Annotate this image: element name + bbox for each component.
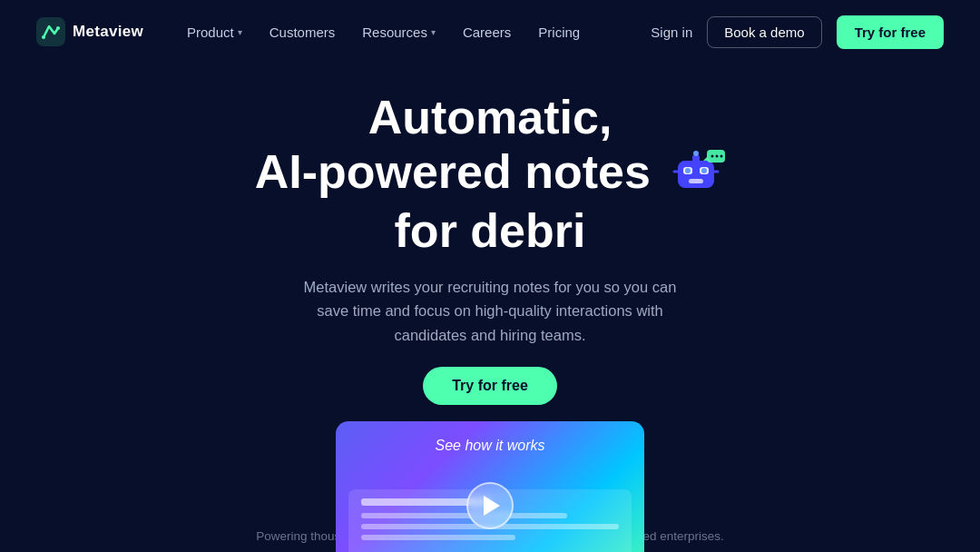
nav-links: Product ▾ Customers Resources ▾ Careers … — [176, 17, 651, 47]
svg-rect-8 — [689, 179, 703, 183]
svg-point-2 — [56, 26, 60, 30]
play-triangle-icon — [484, 496, 500, 516]
svg-point-7 — [701, 168, 707, 173]
video-inner: See how it works — [336, 421, 644, 552]
try-free-nav-button[interactable]: Try for free — [837, 15, 944, 49]
nav-pricing[interactable]: Pricing — [527, 17, 591, 47]
nav-careers[interactable]: Careers — [452, 17, 522, 47]
sign-in-link[interactable]: Sign in — [651, 25, 692, 40]
book-demo-button[interactable]: Book a demo — [707, 16, 821, 48]
svg-point-16 — [716, 155, 719, 158]
product-chevron-icon: ▾ — [238, 27, 242, 37]
hero-title: Automatic, AI-powered notes for debri — [255, 91, 726, 259]
svg-point-1 — [42, 35, 45, 39]
logo-text: Metaview — [73, 23, 143, 41]
video-play-button[interactable] — [466, 482, 514, 529]
robot-icon — [667, 143, 725, 201]
svg-point-15 — [711, 155, 714, 158]
try-free-hero-button[interactable]: Try for free — [423, 367, 557, 405]
svg-point-10 — [693, 151, 699, 156]
svg-rect-3 — [678, 161, 714, 188]
svg-point-17 — [720, 155, 723, 158]
svg-rect-9 — [692, 155, 700, 163]
nav-customers[interactable]: Customers — [259, 17, 347, 47]
video-see-text: See how it works — [436, 438, 545, 454]
hero-subtitle: Metaview writes your recruiting notes fo… — [299, 275, 681, 347]
svg-rect-0 — [36, 17, 65, 46]
nav-resources[interactable]: Resources ▾ — [351, 17, 446, 47]
logo-link[interactable]: Metaview — [36, 17, 143, 46]
nav-right: Sign in Book a demo Try for free — [651, 15, 944, 49]
svg-point-6 — [685, 168, 691, 173]
resources-chevron-icon: ▾ — [431, 27, 436, 37]
nav-product[interactable]: Product ▾ — [176, 17, 253, 47]
logo-icon — [36, 17, 65, 46]
navbar: Metaview Product ▾ Customers Resources ▾… — [0, 0, 980, 64]
video-container: See how it works — [336, 421, 644, 552]
hero-section: Automatic, AI-powered notes for debri Me… — [0, 64, 980, 552]
